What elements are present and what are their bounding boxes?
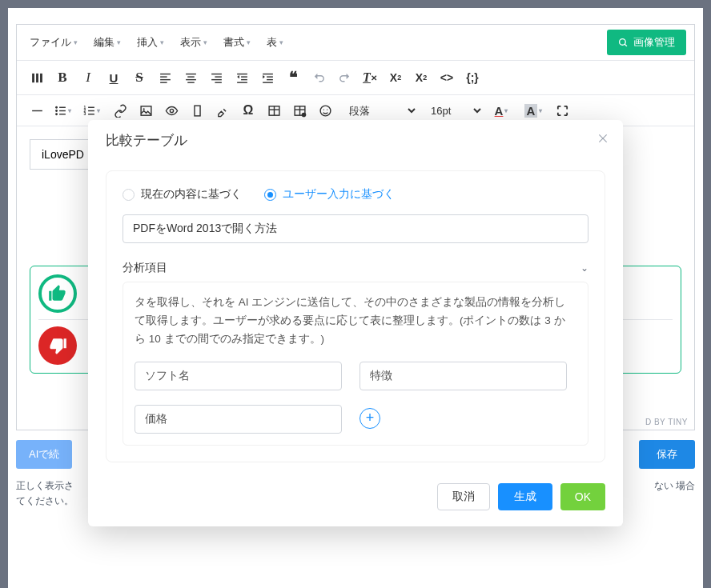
svg-point-40 bbox=[170, 109, 173, 112]
superscript-button[interactable]: X2 bbox=[409, 66, 433, 90]
heading-icon[interactable] bbox=[25, 66, 49, 90]
svg-point-30 bbox=[55, 113, 58, 115]
menu-insert[interactable]: 挿入▾ bbox=[132, 32, 169, 53]
add-field-button[interactable]: + bbox=[360, 408, 380, 429]
svg-rect-31 bbox=[59, 114, 66, 114]
strikethrough-button[interactable]: S bbox=[127, 66, 151, 90]
link-button[interactable] bbox=[108, 98, 132, 122]
svg-rect-23 bbox=[267, 78, 273, 79]
thumbs-up-button[interactable] bbox=[38, 274, 77, 313]
outdent-button[interactable] bbox=[230, 66, 254, 90]
redo-button[interactable] bbox=[332, 66, 356, 90]
svg-rect-18 bbox=[241, 76, 247, 77]
paragraph-select[interactable]: 段落 bbox=[339, 100, 419, 122]
svg-rect-27 bbox=[59, 106, 66, 107]
svg-rect-25 bbox=[32, 110, 42, 110]
svg-rect-3 bbox=[36, 73, 38, 82]
svg-point-28 bbox=[55, 110, 58, 112]
table-button[interactable] bbox=[262, 98, 286, 122]
bold-button[interactable]: B bbox=[50, 66, 74, 90]
svg-rect-15 bbox=[211, 78, 222, 79]
svg-rect-4 bbox=[40, 73, 42, 82]
analysis-box: タを取得し、それを AI エンジンに送信して、その中のさまざまな製品の情報を分析… bbox=[123, 282, 588, 446]
clear-format-button[interactable]: T✕ bbox=[358, 66, 382, 90]
table-cell[interactable]: iLovePD bbox=[30, 139, 96, 170]
bg-color-button[interactable]: A▾ bbox=[518, 98, 548, 122]
menu-format[interactable]: 書式▾ bbox=[219, 32, 255, 53]
numbered-list-button[interactable]: 123▾ bbox=[76, 98, 106, 122]
svg-rect-10 bbox=[187, 76, 195, 77]
code-block-button[interactable]: {;} bbox=[460, 66, 484, 90]
svg-rect-8 bbox=[160, 82, 167, 82]
svg-point-39 bbox=[143, 108, 144, 110]
thumbs-down-button[interactable] bbox=[38, 326, 77, 365]
emoji-button[interactable] bbox=[313, 98, 337, 122]
thumbs-down-icon bbox=[47, 335, 68, 356]
field-input-1[interactable] bbox=[135, 362, 342, 390]
menu-file[interactable]: ファイル▾ bbox=[25, 32, 82, 53]
ok-button[interactable]: OK bbox=[560, 483, 605, 510]
text-color-button[interactable]: A▾ bbox=[486, 98, 516, 122]
svg-rect-20 bbox=[237, 82, 247, 82]
radio-current-content[interactable]: 現在の内容に基づく bbox=[123, 187, 242, 202]
svg-point-49 bbox=[320, 106, 331, 116]
thumbs-up-icon bbox=[47, 283, 68, 304]
fullscreen-button[interactable] bbox=[550, 98, 574, 122]
align-right-button[interactable] bbox=[204, 66, 228, 90]
svg-point-0 bbox=[620, 38, 626, 45]
fontsize-select[interactable]: 16pt bbox=[420, 100, 484, 122]
field-input-2[interactable] bbox=[360, 362, 567, 390]
menu-edit[interactable]: 編集▾ bbox=[89, 32, 126, 53]
code-button[interactable]: <> bbox=[435, 66, 459, 90]
svg-rect-33 bbox=[88, 106, 94, 107]
radio-group: 現在の内容に基づく ユーザー入力に基づく bbox=[123, 187, 588, 202]
analysis-description: タを取得し、それを AI エンジンに送信して、その中のさまざまな製品の情報を分析… bbox=[135, 294, 567, 349]
align-left-button[interactable] bbox=[153, 66, 177, 90]
svg-rect-5 bbox=[160, 73, 171, 74]
svg-rect-14 bbox=[215, 76, 222, 77]
svg-rect-37 bbox=[88, 114, 94, 114]
analysis-section-header[interactable]: 分析項目 ⌄ bbox=[123, 261, 588, 275]
svg-text:3: 3 bbox=[83, 112, 86, 116]
menubar: ファイル▾ 編集▾ 挿入▾ 表示▾ 書式▾ 表▾ 画像管理 bbox=[17, 25, 694, 61]
svg-rect-21 bbox=[263, 73, 273, 74]
svg-point-50 bbox=[323, 109, 323, 110]
close-icon bbox=[597, 133, 609, 144]
image-manager-button[interactable]: 画像管理 bbox=[607, 30, 686, 55]
bulleted-list-button[interactable]: ▾ bbox=[50, 98, 74, 122]
toolbar-row-1: B I U S ❝ T✕ X2 X2 <> {;} bbox=[17, 61, 694, 95]
svg-rect-11 bbox=[186, 78, 196, 79]
svg-rect-7 bbox=[160, 78, 171, 79]
comparison-table-modal: 比較テーブル 現在の内容に基づく ユーザー入力に基づく 分析項目 ⌄ bbox=[88, 120, 623, 526]
italic-button[interactable]: I bbox=[76, 66, 100, 90]
topic-input[interactable] bbox=[123, 214, 588, 243]
menu-table[interactable]: 表▾ bbox=[262, 32, 288, 53]
hr-button[interactable] bbox=[25, 98, 49, 122]
preview-button[interactable] bbox=[159, 98, 183, 122]
highlight-button[interactable] bbox=[211, 98, 235, 122]
indent-button[interactable] bbox=[255, 66, 279, 90]
svg-rect-41 bbox=[194, 106, 199, 116]
plus-icon: + bbox=[366, 410, 375, 426]
special-char-button[interactable]: Ω bbox=[236, 98, 260, 122]
subscript-button[interactable]: X2 bbox=[384, 66, 408, 90]
save-button[interactable]: 保存 bbox=[639, 440, 695, 469]
align-center-button[interactable] bbox=[179, 66, 203, 90]
image-button[interactable] bbox=[134, 98, 158, 122]
undo-button[interactable] bbox=[307, 66, 331, 90]
svg-point-51 bbox=[326, 109, 327, 110]
generate-button[interactable]: 生成 bbox=[498, 483, 552, 510]
svg-point-26 bbox=[55, 106, 58, 108]
radio-user-input[interactable]: ユーザー入力に基づく bbox=[264, 187, 395, 202]
svg-rect-29 bbox=[59, 110, 66, 110]
modal-close-button[interactable] bbox=[597, 131, 609, 148]
cancel-button[interactable]: 取消 bbox=[437, 483, 490, 510]
table-delete-button[interactable] bbox=[287, 98, 311, 122]
modal-title: 比較テーブル bbox=[106, 133, 187, 148]
field-input-3[interactable] bbox=[135, 405, 342, 434]
underline-button[interactable]: U bbox=[102, 66, 126, 90]
ai-continue-button[interactable]: AIで続 bbox=[16, 440, 72, 469]
menu-view[interactable]: 表示▾ bbox=[175, 32, 212, 53]
blockquote-button[interactable]: ❝ bbox=[281, 66, 305, 90]
bookmark-button[interactable] bbox=[185, 98, 209, 122]
